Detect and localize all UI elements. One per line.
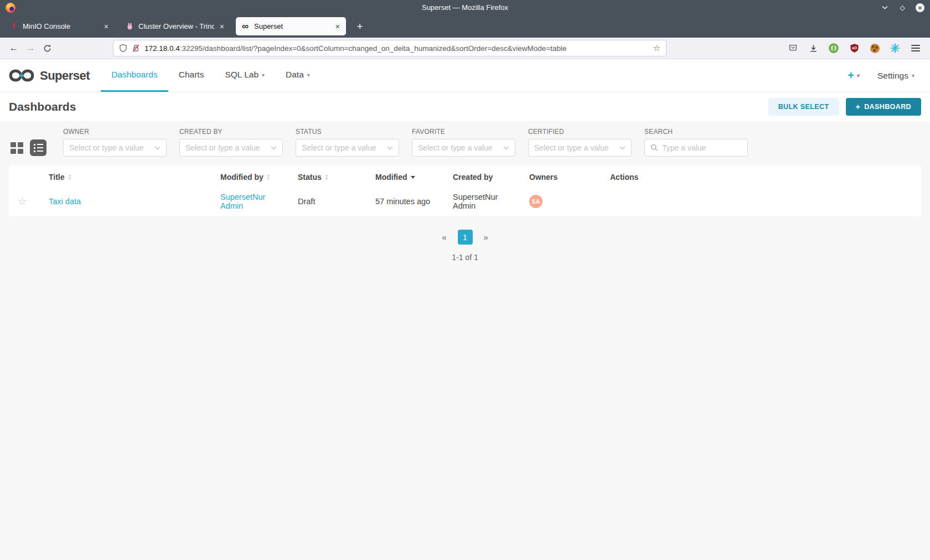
certified-select[interactable]: Select or type a value	[528, 139, 632, 157]
filter-owner: OWNER Select or type a value	[63, 128, 167, 157]
select-placeholder: Select or type a value	[418, 143, 503, 152]
created-by-cell: SupersetNur Admin	[448, 188, 525, 216]
shield-permissions-icon[interactable]	[119, 44, 127, 53]
page-header: Dashboards BULK SELECT +DASHBOARD	[0, 92, 930, 121]
insecure-lock-icon[interactable]	[132, 44, 140, 53]
nav-label: Charts	[179, 70, 204, 80]
filter-label: CREATED BY	[179, 128, 283, 136]
list-view-toggle[interactable]	[30, 139, 46, 156]
favorite-select[interactable]: Select or type a value	[412, 139, 515, 157]
menu-icon[interactable]	[910, 43, 921, 54]
plus-icon: +	[856, 102, 861, 111]
nav-item-dashboards[interactable]: Dashboards	[101, 59, 168, 92]
pagination: « 1 »	[0, 230, 930, 245]
browser-window: Superset — Mozilla Firefox ◇ × MinIO Con…	[0, 0, 930, 560]
url-path: :32295/dashboard/list/?pageIndex=0&sortC…	[180, 44, 567, 53]
brand-name: Superset	[40, 69, 90, 83]
dashboards-table: Title Modified by Status Modified Create…	[9, 165, 921, 216]
caret-down-icon: ▾	[912, 72, 914, 79]
tab-superset[interactable]: ∞ Superset ×	[236, 17, 346, 35]
tab-label: Superset	[254, 22, 330, 30]
chevron-down-icon	[503, 146, 509, 150]
page-1-button[interactable]: 1	[458, 230, 473, 245]
created-by-select[interactable]: Select or type a value	[179, 139, 283, 157]
nav-label: SQL Lab	[225, 70, 259, 80]
new-dashboard-label: DASHBOARD	[864, 103, 911, 111]
nav-item-data[interactable]: Data▾	[275, 59, 321, 92]
owner-avatar[interactable]: SA	[529, 195, 542, 208]
window-close-button[interactable]: ×	[916, 3, 924, 12]
url-bar[interactable]: 172.18.0.4:32295/dashboard/list/?pageInd…	[113, 40, 666, 56]
firefox-logo-icon	[6, 3, 16, 13]
reload-button[interactable]	[39, 40, 55, 56]
header-status[interactable]: Status	[293, 165, 371, 188]
tab-minio-console[interactable]: MinIO Console ×	[4, 17, 115, 35]
caret-down-icon: ▾	[262, 72, 265, 78]
url-text: 172.18.0.4:32295/dashboard/list/?pageInd…	[144, 44, 567, 53]
tab-close-icon[interactable]: ×	[219, 22, 225, 31]
bookmark-star-icon[interactable]: ☆	[653, 43, 660, 53]
nav-label: Data	[286, 70, 304, 80]
pocket-save-icon[interactable]	[787, 43, 798, 54]
filter-label: FAVORITE	[412, 128, 515, 136]
column-label: Actions	[610, 173, 638, 182]
dashboard-title-link[interactable]: Taxi data	[49, 197, 81, 206]
sort-icon	[68, 174, 71, 180]
caret-down-icon: ▾	[307, 72, 310, 78]
tab-close-icon[interactable]: ×	[334, 22, 341, 31]
header-title[interactable]: Title	[44, 165, 216, 188]
privacy-extension-icon[interactable]	[828, 43, 839, 54]
table-row: ☆ Taxi data SupersetNur Admin Draft 57 m…	[9, 188, 921, 216]
status-select[interactable]: Select or type a value	[296, 139, 399, 157]
window-maximize-button[interactable]: ◇	[898, 3, 907, 12]
filter-created-by: CREATED BY Select or type a value	[179, 128, 283, 157]
search-input[interactable]	[662, 143, 742, 152]
owner-select[interactable]: Select or type a value	[63, 139, 167, 157]
window-title: Superset — Mozilla Firefox	[422, 3, 508, 12]
status-cell: Draft	[293, 188, 371, 216]
header-modified-by[interactable]: Modified by	[216, 165, 293, 188]
bulk-select-button[interactable]: BULK SELECT	[768, 98, 839, 116]
back-button[interactable]: ←	[6, 40, 22, 56]
header-created-by: Created by	[448, 165, 525, 188]
actions-cell	[606, 188, 921, 216]
cookie-extension-icon[interactable]	[869, 43, 880, 54]
header-favorite-column	[9, 165, 44, 188]
nav-item-charts[interactable]: Charts	[168, 59, 215, 92]
pagination-summary: 1-1 of 1	[0, 253, 930, 262]
filter-certified: CERTIFIED Select or type a value	[528, 128, 632, 157]
container-tabs-icon[interactable]	[890, 43, 901, 54]
favorite-star-icon[interactable]: ☆	[9, 188, 44, 216]
card-view-toggle[interactable]	[9, 140, 24, 155]
minio-favicon-icon	[9, 22, 18, 31]
chevron-down-icon	[271, 146, 277, 150]
nav-item-sql-lab[interactable]: SQL Lab▾	[214, 59, 275, 92]
superset-navbar: Superset Dashboards Charts SQL Lab▾ Data…	[0, 59, 930, 92]
new-dashboard-button[interactable]: +DASHBOARD	[846, 98, 921, 116]
modified-by-link[interactable]: SupersetNur Admin	[220, 193, 265, 210]
filter-favorite: FAVORITE Select or type a value	[412, 128, 515, 157]
search-field[interactable]	[644, 139, 748, 157]
tab-close-icon[interactable]: ×	[103, 22, 110, 31]
new-item-menu[interactable]: +▾	[848, 69, 860, 82]
filter-label: STATUS	[296, 128, 399, 136]
settings-menu[interactable]: Settings▾	[877, 71, 914, 81]
tab-strip: MinIO Console × Cluster Overview - Trino…	[0, 15, 930, 38]
forward-button[interactable]: →	[22, 40, 39, 56]
window-titlebar: Superset — Mozilla Firefox ◇ ×	[0, 0, 930, 15]
header-modified[interactable]: Modified	[371, 165, 448, 188]
adblock-shield-icon[interactable]: uO	[849, 43, 860, 54]
downloads-icon[interactable]	[808, 43, 819, 54]
column-label: Owners	[529, 173, 557, 182]
chevron-down-icon	[387, 146, 393, 150]
superset-logo[interactable]: Superset	[9, 59, 90, 92]
window-minimize-button[interactable]	[880, 3, 889, 12]
filter-search: SEARCH	[644, 128, 748, 157]
tab-trino-cluster-overview[interactable]: Cluster Overview - Trino ×	[120, 17, 230, 35]
previous-page-button[interactable]: «	[442, 232, 446, 242]
tab-label: Cluster Overview - Trino	[138, 22, 214, 30]
header-actions: Actions	[606, 165, 921, 188]
filter-status: STATUS Select or type a value	[296, 128, 399, 157]
new-tab-button[interactable]: +	[352, 18, 368, 35]
next-page-button[interactable]: »	[484, 232, 488, 242]
